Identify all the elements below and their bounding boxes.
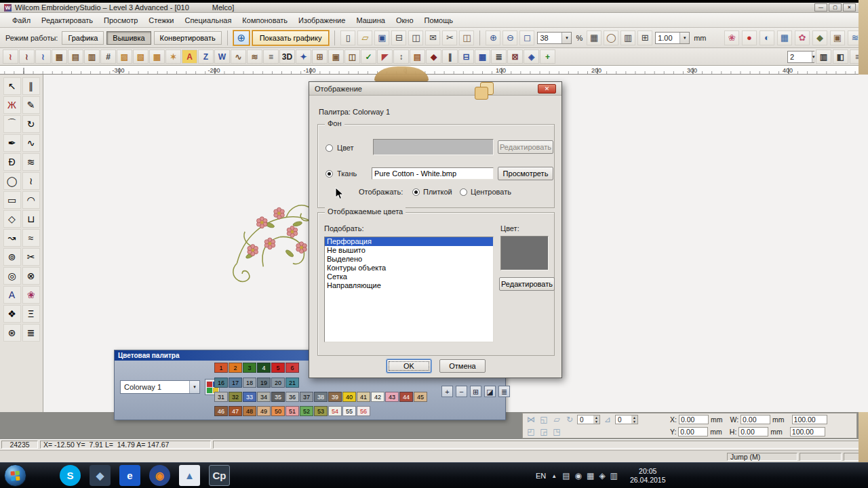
taskbar-app-icon[interactable]: e <box>119 465 140 486</box>
background-color-swatch[interactable] <box>373 139 494 155</box>
rotate-icon[interactable]: ↻ <box>564 415 575 424</box>
palette-color-cell[interactable]: 47 <box>229 406 242 416</box>
close-button[interactable]: ✕ <box>843 3 856 12</box>
menu-item[interactable]: Специальная <box>179 14 237 27</box>
zoom-factor-combo[interactable]: 38 ▾ <box>537 32 572 44</box>
stitch-length-combo[interactable]: 1.00 ▾ <box>655 32 690 44</box>
stitch-icon[interactable]: ≀ <box>19 49 35 64</box>
skew-spinner[interactable]: 0 ▲▼ <box>615 415 638 424</box>
taskbar-app-icon[interactable]: S <box>60 465 81 486</box>
tray-icon[interactable]: ◉ <box>575 471 582 481</box>
view-icon[interactable]: ▦ <box>587 30 601 45</box>
tool-icon[interactable]: ◇ <box>3 210 21 228</box>
tray-icon[interactable]: ▦ <box>587 471 594 481</box>
stitch-icon[interactable]: ◆ <box>426 49 441 64</box>
palette-color-cell[interactable]: 31 <box>214 392 228 402</box>
edit-color-button[interactable]: Редактировать <box>498 140 553 154</box>
palette-color-cell[interactable]: 18 <box>243 378 256 388</box>
tool-icon[interactable]: ✂ <box>22 248 40 266</box>
toolbar-icon[interactable]: ◐ <box>760 30 774 45</box>
tool-icon[interactable]: ✒ <box>3 134 21 152</box>
palette-color-cell[interactable]: 43 <box>385 392 399 402</box>
transform-icon[interactable]: ⋈ <box>526 415 536 424</box>
stitch-icon[interactable]: ≣ <box>491 49 507 64</box>
tool-icon[interactable]: ◎ <box>3 267 21 285</box>
stitch-icon[interactable]: A <box>182 49 197 64</box>
palette-color-cell[interactable]: 21 <box>285 378 299 388</box>
tool-icon[interactable]: ∿ <box>22 134 40 152</box>
palette-color-cell[interactable]: 56 <box>357 406 370 416</box>
clock[interactable]: 20:05 26.04.2015 <box>630 467 666 485</box>
language-indicator[interactable]: EN <box>536 472 546 480</box>
stitch-icon[interactable]: ≋ <box>247 49 262 64</box>
taskbar-app-icon[interactable]: ◉ <box>149 465 170 486</box>
convert-mode-button[interactable]: Конвертировать <box>154 31 222 45</box>
stitch-icon[interactable]: ⊠ <box>507 49 523 64</box>
stitch-count-combo[interactable]: 2 ▾ <box>787 51 814 63</box>
transform-icon[interactable]: ◱ <box>538 415 549 424</box>
palette-color-cell[interactable]: 52 <box>300 406 313 416</box>
menu-item[interactable]: Стежки <box>143 14 179 27</box>
view-icon[interactable]: ⊞ <box>637 30 652 45</box>
stitch-icon[interactable]: ≀ <box>35 49 51 64</box>
palette-color-cell[interactable]: 35 <box>271 392 285 402</box>
palette-color-cell[interactable]: 16 <box>214 378 228 388</box>
minimize-button[interactable]: — <box>814 3 827 12</box>
maximize-button[interactable]: ▢ <box>829 3 842 12</box>
tool-icon[interactable]: ❖ <box>3 305 21 323</box>
palette-color-cell[interactable]: 41 <box>357 392 370 402</box>
list-item[interactable]: Перфорация <box>325 237 493 246</box>
stitch-icon[interactable]: ▦ <box>475 49 490 64</box>
stitch-icon[interactable]: # <box>100 49 116 64</box>
stitch-icon[interactable]: ▦ <box>149 49 165 64</box>
transform-icon[interactable]: ◳ <box>551 427 562 436</box>
stitch-icon[interactable]: ▤ <box>68 49 83 64</box>
show-graphic-button[interactable]: Показать графику <box>252 30 330 45</box>
zoom-icon[interactable]: ⊖ <box>502 30 517 45</box>
tool-icon[interactable]: ≣ <box>22 324 40 342</box>
toolbar-icon[interactable]: ✿ <box>795 30 810 45</box>
color-radio[interactable] <box>326 144 333 152</box>
tool-icon[interactable]: ⊛ <box>3 324 21 342</box>
fabric-radio[interactable] <box>326 170 333 178</box>
toolbar-icon[interactable]: ▱ <box>357 30 372 45</box>
taskbar-app-icon[interactable]: ▲ <box>179 465 200 486</box>
toolbar-icon[interactable]: ▣ <box>830 30 845 45</box>
preview-fabric-button[interactable]: Просмотреть <box>498 167 553 180</box>
stitch-icon[interactable]: ✶ <box>165 49 181 64</box>
stitch-icon[interactable]: Z <box>198 49 214 64</box>
stitch-icon[interactable]: ▧ <box>133 49 149 64</box>
tool-icon[interactable]: ◯ <box>3 172 21 190</box>
tray-icon[interactable]: ◈ <box>599 471 605 481</box>
menu-item[interactable]: Файл <box>7 14 36 27</box>
palette-color-cell[interactable]: 5 <box>271 363 285 373</box>
chevron-down-icon[interactable]: ▾ <box>679 33 689 43</box>
rotate-spinner[interactable]: 0 ▲▼ <box>577 415 600 424</box>
menu-item[interactable]: Редактировать <box>36 14 98 27</box>
palette-color-cell[interactable]: 33 <box>243 392 256 402</box>
stitch-icon[interactable]: ✓ <box>361 49 376 64</box>
tool-icon[interactable]: Ξ <box>22 305 40 323</box>
taskbar-app-icon[interactable]: Cp <box>209 465 230 486</box>
stitch-icon[interactable]: ≀ <box>3 49 18 64</box>
tool-icon[interactable]: ◠ <box>22 191 40 209</box>
tool-icon[interactable]: ⊗ <box>22 267 40 285</box>
stitch-icon[interactable]: ▥ <box>816 49 831 64</box>
menu-item[interactable]: Компоновать <box>237 14 293 27</box>
h-field[interactable]: 0.00 <box>738 427 768 436</box>
palette-color-cell[interactable]: 51 <box>285 406 299 416</box>
toolbar-icon[interactable]: ◆ <box>812 30 827 45</box>
palette-color-cell[interactable]: 6 <box>285 363 299 373</box>
list-item[interactable]: Выделено <box>325 255 493 264</box>
toolbar-icon[interactable]: ◫ <box>459 30 474 45</box>
stitch-icon[interactable]: ≡ <box>263 49 279 64</box>
tool-icon[interactable]: Ð <box>3 153 21 171</box>
stitch-icon[interactable]: ▨ <box>117 49 132 64</box>
tile-radio[interactable] <box>412 188 420 196</box>
menu-item[interactable]: Просмотр <box>98 14 143 27</box>
dialog-close-button[interactable]: ✕ <box>538 84 556 94</box>
palette-color-cell[interactable]: 48 <box>243 406 256 416</box>
tool-icon[interactable]: ↖ <box>3 77 21 95</box>
palette-action-icon[interactable]: + <box>441 386 453 397</box>
stitch-icon[interactable]: ◈ <box>524 49 539 64</box>
